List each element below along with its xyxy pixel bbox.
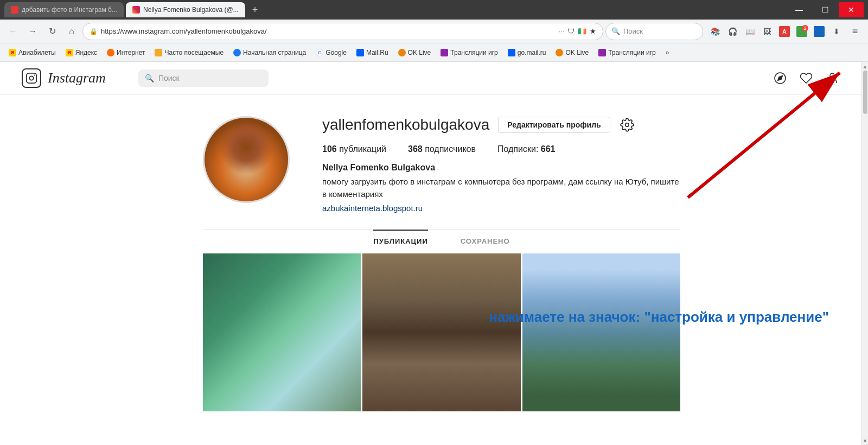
instagram-compass-icon[interactable] <box>773 71 788 86</box>
svg-point-5 <box>830 73 834 78</box>
posts-count: 106 <box>322 144 337 154</box>
followers-stat[interactable]: 368 подписчиков <box>408 144 476 154</box>
screenshot-icon[interactable]: 🖼 <box>760 24 775 39</box>
bookmark-frequent[interactable]: Часто посещаемые <box>150 47 228 59</box>
instagram-profile-icon[interactable] <box>825 71 840 86</box>
bookmark-broadcasts2[interactable]: Трансляции игр <box>594 47 660 59</box>
bookmark-aviabilety-label: Авиабилеты <box>18 49 56 56</box>
bookmark-broadcasts2-label: Трансляции игр <box>608 49 656 56</box>
svg-rect-0 <box>27 73 36 82</box>
svg-point-1 <box>29 76 33 80</box>
bookmark-gomail-favicon <box>508 49 515 56</box>
instagram-logo: Instagram <box>22 68 106 88</box>
bookmark-yandex-favicon: Я <box>66 49 73 56</box>
browser-search-bar[interactable]: 🔍 Поиск <box>605 23 703 40</box>
instagram-logo-icon <box>22 68 41 88</box>
svg-marker-4 <box>778 75 782 80</box>
grid-item-3[interactable] <box>522 253 680 411</box>
instagram-wordmark: Instagram <box>48 70 106 86</box>
back-button[interactable]: ← <box>4 23 22 40</box>
bookmark-oklive1[interactable]: OK Live <box>394 47 436 59</box>
addon3-icon[interactable] <box>812 24 827 39</box>
addon1-icon[interactable]: A <box>777 24 792 39</box>
pocket-icon[interactable]: 🎧 <box>725 24 740 39</box>
svg-point-6 <box>625 123 629 127</box>
library-icon[interactable]: 📚 <box>707 24 723 39</box>
bookmark-yandex-label: Яндекс <box>75 49 97 56</box>
bookmark-gomail[interactable]: go.mail.ru <box>503 47 551 59</box>
posts-stat: 106 публикаций <box>322 144 386 154</box>
bookmark-broadcasts1-favicon <box>441 49 448 56</box>
tab-saved[interactable]: СОХРАНЕНО <box>461 230 510 252</box>
profile-info: yallenfomenkobulgakova Редактировать про… <box>322 116 680 213</box>
scrollbar-track[interactable] <box>862 71 868 436</box>
bookmark-frequent-favicon <box>155 49 162 56</box>
bookmark-aviabilety[interactable]: Я Авиабилеты <box>4 47 60 59</box>
avatar <box>203 116 290 203</box>
tab2-label: Nellya Fomenko Bulgakova (@... <box>143 6 239 14</box>
profile-tabs: ПУБЛИКАЦИИ СОХРАНЕНО <box>203 230 680 252</box>
tab1-favicon <box>11 6 18 14</box>
addon2-badge: 2 <box>802 25 808 31</box>
profile-username: yallenfomenkobulgakova <box>322 116 489 134</box>
toolbar-icons: 📚 🎧 📖 🖼 A 2 ⬇ ≡ <box>707 23 864 40</box>
browser-tab-2[interactable]: Nellya Fomenko Bulgakova (@... ✕ <box>126 2 245 17</box>
bookmark-oklive2-favicon <box>556 49 563 56</box>
bookmark-mailru-label: Mail.Ru <box>366 49 388 56</box>
followers-count: 368 <box>408 144 423 154</box>
new-tab-button[interactable]: + <box>247 2 263 17</box>
bookmark-gomail-label: go.mail.ru <box>518 49 546 56</box>
scroll-down-arrow[interactable]: ▼ <box>862 436 869 445</box>
menu-button[interactable]: ≡ <box>846 23 864 40</box>
scroll-up-arrow[interactable]: ▲ <box>862 62 869 71</box>
tab2-close[interactable]: ✕ <box>244 7 245 14</box>
download-icon[interactable]: ⬇ <box>829 24 844 39</box>
window-controls: — ☐ ✕ <box>787 2 864 17</box>
reload-button[interactable]: ↻ <box>43 23 61 40</box>
tab-publications[interactable]: ПУБЛИКАЦИИ <box>373 230 427 252</box>
instagram-search-bar[interactable]: 🔍 Поиск <box>138 69 269 87</box>
bio-link[interactable]: azbukainterneta.blogspot.ru <box>322 204 423 213</box>
close-button[interactable]: ✕ <box>839 2 864 17</box>
username-row: yallenfomenkobulgakova Редактировать про… <box>322 116 680 134</box>
bookmark-internet-favicon <box>107 49 114 56</box>
navigation-bar: ← → ↻ ⌂ 🔒 https://www.instagram.com/yall… <box>0 20 868 43</box>
forward-button[interactable]: → <box>24 23 41 40</box>
home-button[interactable]: ⌂ <box>63 23 80 40</box>
bookmark-homepage[interactable]: Начальная страница <box>229 47 310 59</box>
tab1-close[interactable]: ✕ <box>123 7 124 14</box>
instagram-profile: yallenfomenkobulgakova Редактировать про… <box>159 94 702 411</box>
bookmark-google-favicon: G <box>316 49 323 56</box>
following-stat[interactable]: Подписки: 661 <box>497 144 556 154</box>
grid-item-1[interactable] <box>203 253 361 411</box>
bookmark-broadcasts1-label: Трансляции игр <box>450 49 498 56</box>
addon2-icon[interactable]: 2 <box>794 24 809 39</box>
bookmarks-more[interactable]: » <box>661 47 674 59</box>
title-bar: добавить фото в Инстаграм б... ✕ Nellya … <box>0 0 868 20</box>
address-bar[interactable]: 🔒 https://www.instagram.com/yallenfomenk… <box>82 23 603 40</box>
bookmark-oklive1-favicon <box>398 49 406 56</box>
bookmark-oklive2-label: OK Live <box>565 49 589 56</box>
bookmark-broadcasts1[interactable]: Трансляции игр <box>436 47 502 59</box>
reader-icon[interactable]: 📖 <box>742 24 757 39</box>
minimize-button[interactable]: — <box>787 2 812 17</box>
bookmark-google-label: Google <box>326 49 347 56</box>
avatar-image <box>205 118 288 201</box>
instagram-heart-icon[interactable] <box>799 71 814 86</box>
bookmark-mailru[interactable]: Mail.Ru <box>352 47 393 59</box>
scrollbar-thumb[interactable] <box>863 71 867 114</box>
bookmark-yandex[interactable]: Я Яндекс <box>61 47 101 59</box>
grid-item-2[interactable] <box>362 253 520 411</box>
bookmark-heart-icon[interactable]: 🛡 <box>567 27 575 35</box>
bookmark-google[interactable]: G Google <box>311 47 351 59</box>
bio-text: помогу загрузить фото в инстаграм с комп… <box>322 176 680 200</box>
edit-profile-button[interactable]: Редактировать профиль <box>498 117 610 133</box>
settings-gear-icon[interactable] <box>619 117 635 133</box>
star-icon[interactable]: ★ <box>590 27 596 35</box>
profile-stats: 106 публикаций 368 подписчиков Подписки:… <box>322 144 680 154</box>
bookmark-oklive2[interactable]: OK Live <box>551 47 593 59</box>
browser-tab-1[interactable]: добавить фото в Инстаграм б... ✕ <box>4 2 124 17</box>
maximize-button[interactable]: ☐ <box>813 2 838 17</box>
bookmark-internet[interactable]: Интернет <box>103 47 149 59</box>
bookmarks-bar: Я Авиабилеты Я Яндекс Интернет Часто пос… <box>0 43 868 62</box>
